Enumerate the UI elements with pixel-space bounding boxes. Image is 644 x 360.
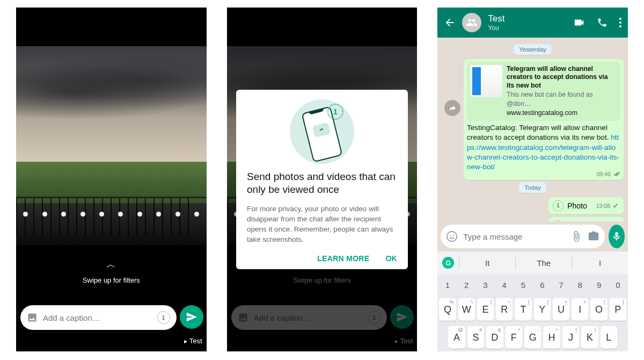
svg-point-1 <box>619 21 621 24</box>
message-bubble-view-once[interactable]: 1 Photo 13:08 <box>548 217 624 221</box>
key[interactable]: U< <box>553 298 569 321</box>
view-once-badge-icon: 1 <box>327 104 343 120</box>
svg-point-2 <box>619 25 621 27</box>
key[interactable]: 7 <box>553 277 569 293</box>
view-once-icon: 1 <box>553 220 564 221</box>
message-bubble-view-once[interactable]: 1 Photo 13:08 <box>548 197 624 214</box>
key[interactable]: 9 <box>590 277 607 293</box>
key[interactable]: D& <box>486 326 503 349</box>
view-once-toggle[interactable]: 1 <box>157 311 170 324</box>
svg-point-0 <box>619 18 621 20</box>
date-chip: Today <box>519 182 546 193</box>
more-icon[interactable] <box>619 18 621 27</box>
voice-call-icon[interactable] <box>597 17 608 28</box>
mic-icon <box>611 231 622 242</box>
learn-more-button[interactable]: LEARN MORE <box>317 254 369 263</box>
message-time: 13:08 <box>596 203 619 209</box>
key[interactable]: 2 <box>458 277 475 293</box>
dialog-title: Send photos and videos that can only be … <box>247 170 397 197</box>
key[interactable]: 8 <box>572 277 588 293</box>
dialog-illustration: 1 <box>247 99 397 164</box>
chat-subtitle: You <box>488 24 567 32</box>
chat-title-block[interactable]: Test You <box>488 13 567 32</box>
recipient-tag[interactable]: Test <box>184 337 202 345</box>
suggestion[interactable]: I <box>572 256 628 269</box>
link-title: Telegram will allow channel creators to … <box>507 65 617 90</box>
svg-point-3 <box>447 232 457 241</box>
attach-icon[interactable] <box>570 231 582 242</box>
forward-button[interactable] <box>444 100 460 116</box>
photo-editor-screen-with-dialog: ︿ Swipe up for filters 1 Test 1 Send pho… <box>227 8 418 351</box>
chat-header: Test You <box>437 8 628 38</box>
key[interactable]: 5 <box>515 277 531 293</box>
back-icon[interactable] <box>444 17 456 28</box>
key[interactable]: A@ <box>448 326 465 349</box>
caption-bar: 1 <box>20 305 177 330</box>
view-once-dialog: 1 Send photos and videos that can only b… <box>236 90 408 270</box>
photo-preview <box>16 46 207 245</box>
date-chip: Yesterday <box>514 44 552 55</box>
chat-screen: Test You Yesterday Telegram will allow c… <box>437 8 628 351</box>
photo-editor-screen: ︿ Swipe up for filters 1 Test <box>16 8 207 351</box>
link-site: www.testingcatalog.com <box>507 109 617 118</box>
camera-icon[interactable] <box>588 231 599 242</box>
caption-input[interactable] <box>43 313 152 322</box>
key[interactable]: P} <box>610 298 626 321</box>
svg-point-5 <box>453 235 454 236</box>
chat-title: Test <box>488 13 567 24</box>
key[interactable]: L <box>601 326 617 349</box>
dialog-body: For more privacy, your photo or video wi… <box>247 204 397 245</box>
key[interactable]: R= <box>496 298 513 321</box>
key[interactable]: Y] <box>534 298 551 321</box>
key[interactable]: 4 <box>496 277 513 293</box>
key[interactable]: E| <box>477 298 494 321</box>
emoji-icon[interactable] <box>446 231 458 242</box>
send-icon <box>186 311 197 323</box>
suggestion[interactable]: It <box>459 256 515 269</box>
key[interactable]: G- <box>524 326 541 349</box>
mic-button[interactable] <box>609 225 625 248</box>
modal-overlay: 1 Send photos and videos that can only b… <box>227 8 418 351</box>
key[interactable]: K) <box>581 326 598 349</box>
input-row <box>437 221 628 251</box>
link-thumbnail <box>470 65 502 97</box>
grammarly-icon[interactable]: G <box>437 257 459 269</box>
read-ticks-icon <box>612 203 619 208</box>
link-preview[interactable]: Telegram will allow channel creators to … <box>467 62 620 121</box>
key[interactable]: Q% <box>439 298 456 321</box>
video-call-icon[interactable] <box>573 17 585 28</box>
message-bubble[interactable]: Telegram will allow channel creators to … <box>464 59 624 180</box>
key[interactable]: O{ <box>590 298 607 321</box>
chevron-up-icon[interactable]: ︿ <box>106 258 116 271</box>
key[interactable]: W\ <box>458 298 475 321</box>
suggestion[interactable]: The <box>515 256 572 269</box>
gallery-icon <box>27 312 38 323</box>
message-text: TestingCatalog: Telegram will allow chan… <box>467 124 611 141</box>
read-ticks-icon <box>612 171 620 177</box>
avatar[interactable] <box>462 13 481 32</box>
key[interactable]: T[ <box>515 298 531 321</box>
key[interactable]: J( <box>562 326 579 349</box>
message-input-box <box>441 225 605 248</box>
key[interactable]: S# <box>467 326 484 349</box>
view-once-icon: 1 <box>553 200 564 211</box>
chat-body[interactable]: Yesterday Telegram will allow channel cr… <box>437 38 628 221</box>
message-input[interactable] <box>463 232 565 241</box>
key[interactable]: H+ <box>543 326 560 349</box>
ok-button[interactable]: OK <box>385 254 397 263</box>
suggestion-bar: G It The I <box>437 251 628 274</box>
swipe-hint: Swipe up for filters <box>16 276 207 284</box>
key[interactable]: 6 <box>534 277 551 293</box>
message-time: 09:40 <box>597 170 620 178</box>
keyboard: G It The I 1234567890 Q%W\E|R=T[Y]U<I>O{… <box>437 251 628 351</box>
send-button[interactable] <box>180 305 203 329</box>
key[interactable]: F* <box>506 326 522 349</box>
key[interactable]: 3 <box>477 277 494 293</box>
message-label: Photo <box>567 201 587 210</box>
key[interactable]: 0 <box>610 277 626 293</box>
key[interactable]: I> <box>572 298 588 321</box>
key[interactable]: 1 <box>439 277 456 293</box>
svg-point-4 <box>450 235 451 236</box>
link-description: This new bot can be found as @don… <box>507 90 617 108</box>
